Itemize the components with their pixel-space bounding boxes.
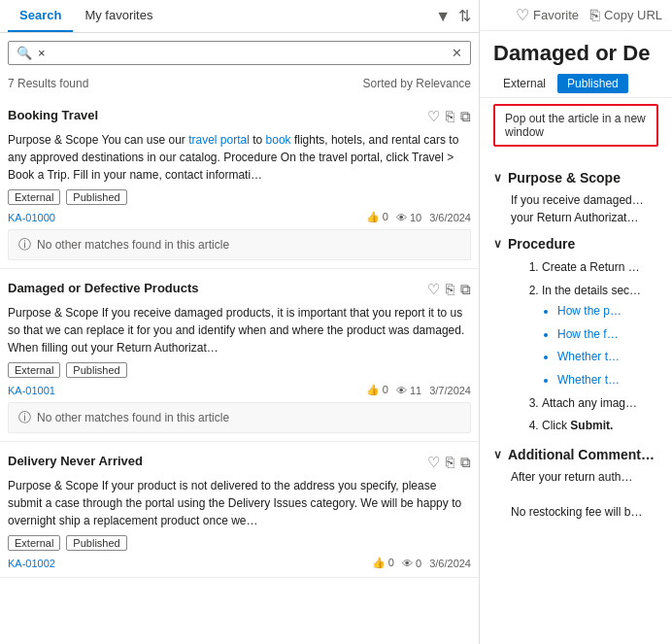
tag-external: External	[8, 362, 60, 378]
date: 3/6/2024	[429, 212, 471, 223]
results-list: Booking Travel ♡ ⎘ ⧉ Purpose & Scope You…	[0, 96, 479, 644]
filter-icon[interactable]: ▼	[435, 8, 451, 25]
chevron-down-icon: ∨	[493, 237, 502, 251]
date: 3/7/2024	[429, 385, 471, 396]
meta-stats: 👍 0 👁 0 3/6/2024	[372, 557, 471, 569]
favorite-icon[interactable]: ♡	[427, 454, 440, 471]
tab-search[interactable]: Search	[8, 0, 73, 32]
open-icon[interactable]: ⧉	[460, 281, 471, 298]
sub-list: How the p… How the f… Whether t… Whether…	[542, 301, 658, 390]
sort-icon[interactable]: ⇅	[458, 7, 471, 25]
no-matches-text: No other matches found in this article	[37, 411, 229, 424]
open-icon[interactable]: ⧉	[460, 108, 471, 125]
results-count: 7 Results found	[8, 77, 88, 90]
no-matches-banner: ⓘ No other matches found in this article	[8, 402, 471, 433]
info-icon: ⓘ	[18, 236, 31, 254]
copy-url-label: Copy URL	[604, 8, 662, 22]
results-header: 7 Results found Sorted by Relevance	[0, 73, 479, 96]
copy-url-button[interactable]: ⎘ Copy URL	[590, 7, 662, 24]
favorite-icon[interactable]: ♡	[427, 281, 440, 298]
section-title-procedure: Procedure	[508, 236, 575, 252]
no-matches-banner: ⓘ No other matches found in this article	[8, 229, 471, 260]
share-icon[interactable]: ⎘	[446, 454, 454, 471]
right-toolbar: ♡ Favorite ⎘ Copy URL	[480, 0, 672, 31]
article-body: Purpose & Scope You can use our travel p…	[8, 131, 471, 184]
tag-published: Published	[66, 535, 126, 551]
comment-text-2: No restocking fee will b…	[511, 503, 658, 521]
section-header-comments[interactable]: ∨ Additional Comment…	[493, 447, 658, 462]
favorite-button[interactable]: ♡ Favorite	[516, 6, 579, 24]
right-tab-published[interactable]: Published	[557, 74, 628, 93]
heart-icon: ♡	[516, 6, 529, 24]
date: 3/6/2024	[429, 558, 471, 569]
article-actions: ♡ ⎘ ⧉	[427, 281, 471, 298]
tag-external: External	[8, 189, 60, 205]
search-input[interactable]	[38, 46, 452, 60]
section-header-procedure[interactable]: ∨ Procedure	[493, 236, 658, 252]
comment-text-1: After your return auth…	[511, 468, 658, 486]
section-title-purpose: Purpose & Scope	[508, 170, 621, 186]
article-meta: KA-01000 👍 0 👁 10 3/6/2024	[8, 211, 471, 223]
search-icon: 🔍	[17, 46, 32, 60]
right-content: ∨ Purpose & Scope If you receive damaged…	[480, 153, 672, 644]
chevron-down-icon: ∨	[493, 448, 502, 461]
article-tags: External Published	[8, 189, 471, 205]
views: 👁 11	[396, 385, 421, 396]
no-matches-text: No other matches found in this article	[37, 238, 229, 252]
article-body: Purpose & Scope If you receive damaged p…	[8, 304, 471, 356]
tag-external: External	[8, 535, 60, 551]
clear-icon[interactable]: ✕	[452, 46, 462, 60]
tab-my-favorites[interactable]: My favorites	[73, 0, 164, 32]
right-tabs: External Published	[480, 70, 672, 98]
copy-icon: ⎘	[590, 7, 600, 24]
article-card: Booking Travel ♡ ⎘ ⧉ Purpose & Scope You…	[0, 96, 479, 269]
tab-icons: ▼ ⇅	[435, 7, 471, 25]
share-icon[interactable]: ⎘	[446, 108, 454, 125]
section-title-comments: Additional Comment…	[508, 447, 655, 462]
views: 👁 0	[402, 558, 421, 569]
right-panel: ♡ Favorite ⎘ Copy URL Damaged or De Exte…	[480, 0, 672, 644]
views: 👁 10	[396, 212, 421, 223]
section-header-purpose[interactable]: ∨ Purpose & Scope	[493, 170, 658, 186]
info-icon: ⓘ	[18, 409, 31, 426]
list-item: Click Submit.	[542, 416, 658, 437]
article-body: Purpose & Scope If your product is not d…	[8, 477, 471, 529]
list-item: How the p…	[557, 301, 658, 322]
meta-stats: 👍 0 👁 11 3/7/2024	[366, 384, 471, 396]
tag-published: Published	[66, 189, 126, 205]
list-item: In the details sec… How the p… How the f…	[542, 281, 658, 391]
article-id[interactable]: KA-01002	[8, 558, 55, 569]
favorite-icon[interactable]: ♡	[427, 108, 440, 125]
article-title[interactable]: Booking Travel	[8, 108, 420, 122]
article-actions: ♡ ⎘ ⧉	[427, 108, 471, 125]
article-header: Booking Travel ♡ ⎘ ⧉	[8, 108, 471, 125]
search-bar[interactable]: 🔍 ✕	[8, 41, 471, 65]
article-title[interactable]: Delivery Never Arrived	[8, 454, 420, 468]
article-detail-title: Damaged or De	[480, 31, 672, 70]
list-item: How the f…	[557, 324, 658, 346]
article-actions: ♡ ⎘ ⧉	[427, 454, 471, 471]
likes: 👍 0	[366, 211, 388, 223]
article-card: Delivery Never Arrived ♡ ⎘ ⧉ Purpose & S…	[0, 442, 479, 578]
article-meta: KA-01001 👍 0 👁 11 3/7/2024	[8, 384, 471, 396]
section-body-purpose: If you receive damaged… your Return Auth…	[493, 191, 658, 226]
article-id[interactable]: KA-01000	[8, 212, 55, 223]
article-tags: External Published	[8, 535, 471, 551]
pop-out-banner[interactable]: Pop out the article in a new window	[493, 104, 658, 147]
right-tab-external[interactable]: External	[493, 74, 555, 93]
list-item: Attach any imag…	[542, 393, 658, 415]
likes: 👍 0	[366, 384, 388, 396]
list-item: Whether t…	[557, 347, 658, 368]
article-header: Damaged or Defective Products ♡ ⎘ ⧉	[8, 281, 471, 298]
article-id[interactable]: KA-01001	[8, 385, 55, 396]
likes: 👍 0	[372, 557, 394, 569]
left-panel: Search My favorites ▼ ⇅ 🔍 ✕ 7 Results fo…	[0, 0, 480, 644]
article-header: Delivery Never Arrived ♡ ⎘ ⧉	[8, 454, 471, 471]
article-card: Damaged or Defective Products ♡ ⎘ ⧉ Purp…	[0, 269, 479, 442]
share-icon[interactable]: ⎘	[446, 281, 454, 298]
open-icon[interactable]: ⧉	[460, 454, 471, 471]
article-title[interactable]: Damaged or Defective Products	[8, 281, 420, 295]
procedure-list: Create a Return … In the details sec… Ho…	[511, 257, 658, 437]
meta-stats: 👍 0 👁 10 3/6/2024	[366, 211, 471, 223]
article-meta: KA-01002 👍 0 👁 0 3/6/2024	[8, 557, 471, 569]
